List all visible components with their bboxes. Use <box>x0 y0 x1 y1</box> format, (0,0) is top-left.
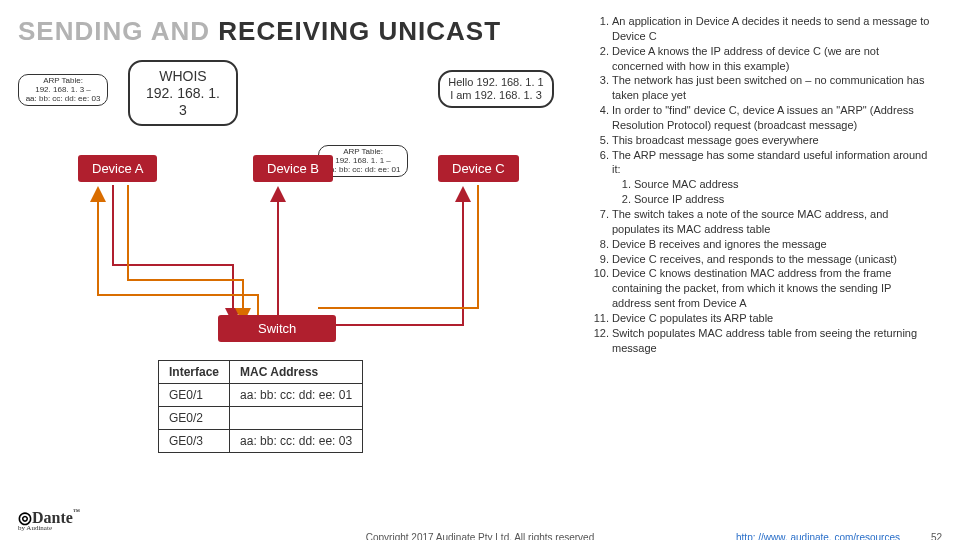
arp-table-a: ARP Table: 192. 168. 1. 3 – aa: bb: cc: … <box>18 74 108 106</box>
callout-hello: Hello 192. 168. 1. 1 I am 192. 168. 1. 3 <box>438 70 554 108</box>
switch: Switch <box>218 315 336 342</box>
list-item: Device A knows the IP address of device … <box>612 44 930 74</box>
callout-whois: WHOIS 192. 168. 1. 3 <box>128 60 238 126</box>
table-row: GE0/3 aa: bb: cc: dd: ee: 03 <box>159 430 363 453</box>
copyright-text: Copyright 2017 Audinate Pty Ltd. All rig… <box>366 532 594 540</box>
brand-logo: ◎Dante™ by Audinate <box>18 508 80 532</box>
device-b: Device B <box>253 155 333 182</box>
col-interface: Interface <box>159 361 230 384</box>
col-mac: MAC Address <box>230 361 363 384</box>
list-item: An application in Device A decides it ne… <box>612 14 930 44</box>
table-row: GE0/2 <box>159 407 363 430</box>
table-header-row: Interface MAC Address <box>159 361 363 384</box>
whois-line1: WHOIS <box>142 68 224 85</box>
sub-list: Source MAC address Source IP address <box>612 177 930 207</box>
list-item: The network has just been switched on – … <box>612 73 930 103</box>
network-diagram: WHOIS 192. 168. 1. 3 Hello 192. 168. 1. … <box>18 60 578 480</box>
list-item: Source IP address <box>634 192 930 207</box>
whois-line2: 192. 168. 1. 3 <box>142 85 224 119</box>
list-item: Device C populates its ARP table <box>612 311 930 326</box>
steps-list: An application in Device A decides it ne… <box>590 14 930 355</box>
table-row: GE0/1 aa: bb: cc: dd: ee: 01 <box>159 384 363 407</box>
presentation-slide: SENDING AND RECEIVING UNICAST WHOIS 192.… <box>0 0 960 540</box>
resources-link[interactable]: http: //www. audinate. com/resources <box>736 532 900 540</box>
list-item: The switch takes a note of the source MA… <box>612 207 930 237</box>
mac-address-table: Interface MAC Address GE0/1 aa: bb: cc: … <box>158 360 363 453</box>
list-item: In order to "find" device C, device A is… <box>612 103 930 133</box>
list-item: Device C receives, and responds to the m… <box>612 252 930 267</box>
list-item: Device C knows destination MAC address f… <box>612 266 930 311</box>
list-item: The ARP message has some standard useful… <box>612 148 930 207</box>
device-a: Device A <box>78 155 157 182</box>
title-part-grey: SENDING AND <box>18 16 218 46</box>
page-number: 52 <box>931 532 942 540</box>
explanation-panel: An application in Device A decides it ne… <box>590 14 930 355</box>
device-c: Device C <box>438 155 519 182</box>
list-item: Switch populates MAC address table from … <box>612 326 930 356</box>
title-part-dark: RECEIVING UNICAST <box>218 16 501 46</box>
list-item: Device B receives and ignores the messag… <box>612 237 930 252</box>
list-item: Source MAC address <box>634 177 930 192</box>
list-item: This broadcast message goes everywhere <box>612 133 930 148</box>
